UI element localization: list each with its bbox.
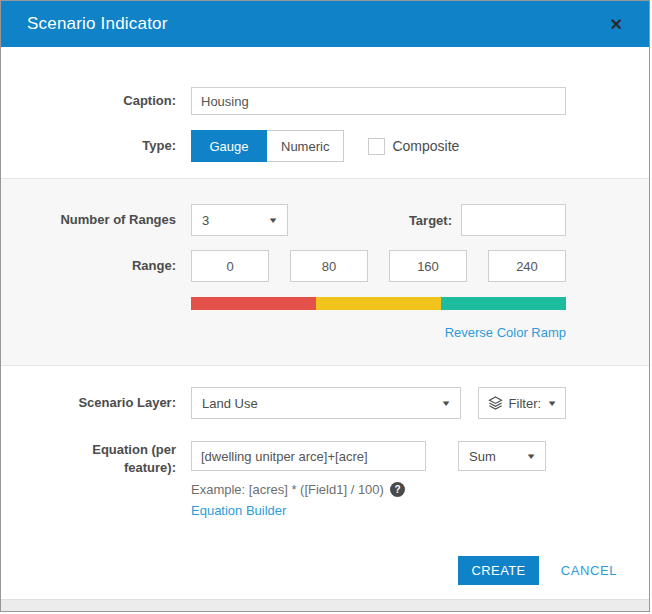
equation-row: Equation (per feature): Sum ▼: [1, 441, 649, 476]
number-of-ranges-label: Number of Ranges: [1, 211, 176, 229]
equation-label: Equation (per feature):: [1, 441, 176, 476]
filter-button[interactable]: Filter: ▼: [478, 387, 566, 419]
target-input[interactable]: [461, 204, 566, 236]
number-of-ranges-dropdown[interactable]: 3 ▼: [191, 204, 288, 236]
number-of-ranges-value: 3: [202, 213, 209, 228]
layers-icon: [488, 396, 503, 410]
range-label: Range:: [1, 257, 176, 275]
reverse-color-ramp-link[interactable]: Reverse Color Ramp: [445, 325, 566, 340]
equation-example-row: Example: [acres] * ([Field1] / 100) ?: [191, 482, 649, 497]
range-input[interactable]: [488, 250, 566, 282]
cancel-button[interactable]: CANCEL: [555, 562, 623, 579]
composite-label: Composite: [392, 138, 459, 154]
type-segmented-control: Gauge Numeric: [191, 130, 344, 162]
scenario-layer-dropdown[interactable]: Land Use ▼: [191, 387, 461, 419]
scenario-layer-value: Land Use: [202, 396, 258, 411]
equation-input[interactable]: [191, 441, 426, 471]
reverse-ramp-row: Reverse Color Ramp: [1, 325, 649, 340]
caption-label: Caption:: [1, 92, 176, 110]
dialog-footer: CREATE CANCEL: [1, 540, 649, 600]
number-of-ranges-row: Number of Ranges 3 ▼ Target:: [1, 204, 649, 236]
dialog-title: Scenario Indicator: [27, 14, 168, 34]
caret-down-icon: ▼: [525, 452, 536, 461]
color-ramp: [191, 297, 566, 310]
equation-builder-row: Equation Builder: [191, 501, 649, 519]
target-label: Target:: [409, 213, 452, 228]
bottom-strip: [1, 599, 649, 611]
range-row: Range:: [1, 250, 649, 282]
help-icon[interactable]: ?: [390, 482, 405, 497]
ramp-segment: [191, 297, 316, 310]
range-input[interactable]: [389, 250, 467, 282]
aggregation-dropdown[interactable]: Sum ▼: [458, 441, 546, 471]
range-input[interactable]: [191, 250, 269, 282]
range-input[interactable]: [290, 250, 368, 282]
caption-row: Caption:: [1, 87, 649, 115]
type-gauge-button[interactable]: Gauge: [191, 130, 267, 162]
equation-builder-link[interactable]: Equation Builder: [191, 503, 286, 518]
caret-down-icon: ▼: [546, 399, 557, 408]
type-numeric-button[interactable]: Numeric: [267, 130, 344, 162]
close-icon: ✕: [610, 16, 623, 33]
ranges-section: Number of Ranges 3 ▼ Target: Range:: [1, 178, 649, 366]
ramp-segment: [316, 297, 441, 310]
scenario-layer-label: Scenario Layer:: [1, 394, 176, 412]
scenario-indicator-dialog: Scenario Indicator ✕ Caption: Type: Gaug…: [0, 0, 650, 612]
caption-input[interactable]: [191, 87, 566, 115]
color-ramp-row: [1, 297, 649, 310]
caret-down-icon: ▼: [267, 216, 278, 225]
ramp-segment: [441, 297, 566, 310]
caret-down-icon: ▼: [440, 399, 451, 408]
composite-option: Composite: [368, 138, 459, 155]
dialog-titlebar: Scenario Indicator ✕: [1, 1, 649, 47]
type-row: Type: Gauge Numeric Composite: [1, 130, 649, 162]
composite-checkbox[interactable]: [368, 138, 385, 155]
type-label: Type:: [1, 137, 176, 155]
equation-example-text: Example: [acres] * ([Field1] / 100): [191, 482, 384, 497]
filter-label: Filter:: [509, 396, 542, 411]
scenario-layer-row: Scenario Layer: Land Use ▼ Filter: ▼: [1, 387, 649, 419]
close-button[interactable]: ✕: [604, 13, 629, 36]
create-button[interactable]: CREATE: [458, 556, 538, 585]
aggregation-value: Sum: [469, 449, 496, 464]
